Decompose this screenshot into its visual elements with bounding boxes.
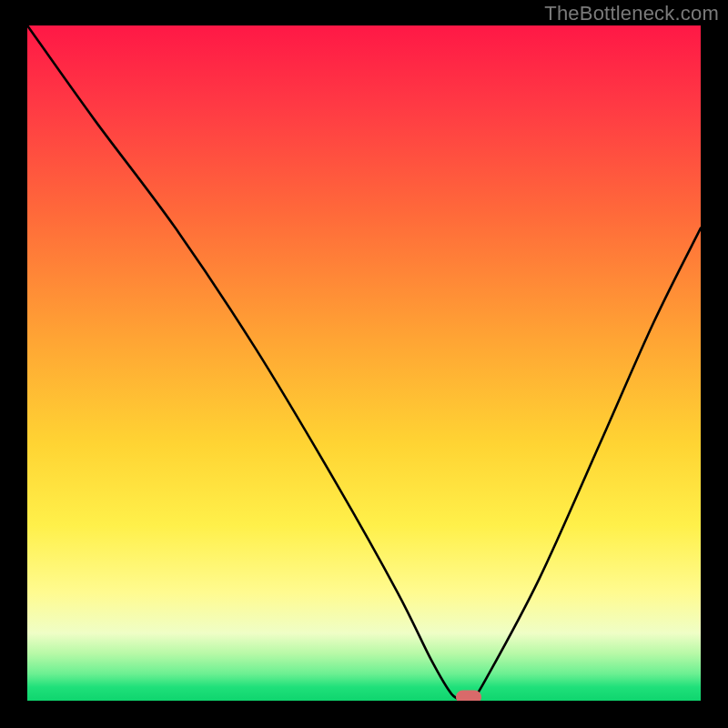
- chart-frame: TheBottleneck.com: [0, 0, 728, 728]
- optimum-marker: [456, 691, 481, 701]
- bottleneck-curve: [27, 25, 701, 701]
- plot-area: [27, 25, 701, 701]
- watermark-text: TheBottleneck.com: [544, 2, 719, 25]
- curve-overlay: [27, 25, 701, 701]
